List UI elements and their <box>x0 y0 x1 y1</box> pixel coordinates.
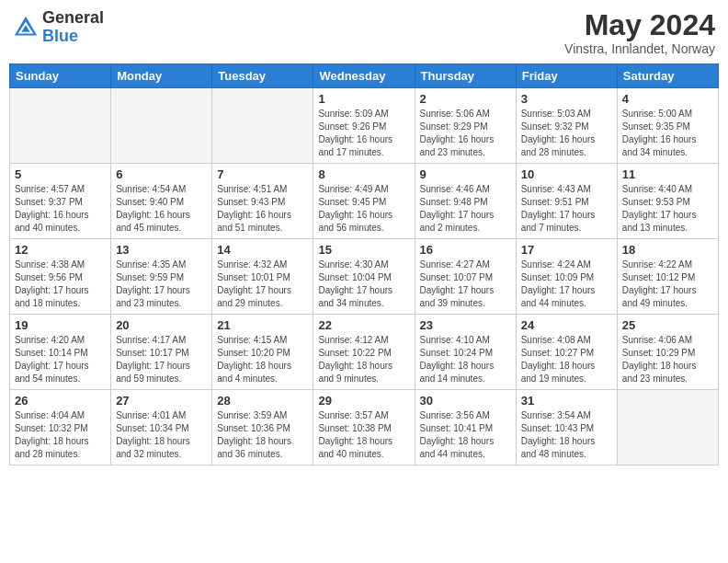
day-info: Sunrise: 4:57 AMSunset: 9:37 PMDaylight:… <box>15 183 106 235</box>
weekday-header-thursday: Thursday <box>415 64 516 88</box>
day-number: 13 <box>116 243 207 257</box>
calendar-cell: 21Sunrise: 4:15 AMSunset: 10:20 PMDaylig… <box>212 315 313 390</box>
day-number: 28 <box>217 394 308 408</box>
weekday-header-friday: Friday <box>516 64 617 88</box>
day-info: Sunrise: 4:30 AMSunset: 10:04 PMDaylight… <box>318 259 409 310</box>
day-info: Sunrise: 5:00 AMSunset: 9:35 PMDaylight:… <box>622 108 713 159</box>
day-info: Sunrise: 4:24 AMSunset: 10:09 PMDaylight… <box>521 259 612 310</box>
day-number: 11 <box>622 167 713 181</box>
day-number: 25 <box>622 318 713 332</box>
calendar-cell: 15Sunrise: 4:30 AMSunset: 10:04 PMDaylig… <box>313 239 415 315</box>
logo-general-text: General <box>42 8 104 27</box>
calendar-cell: 14Sunrise: 4:32 AMSunset: 10:01 PMDaylig… <box>212 239 313 315</box>
calendar-cell: 26Sunrise: 4:04 AMSunset: 10:32 PMDaylig… <box>10 390 111 465</box>
week-row-5: 26Sunrise: 4:04 AMSunset: 10:32 PMDaylig… <box>10 390 719 465</box>
calendar-cell: 27Sunrise: 4:01 AMSunset: 10:34 PMDaylig… <box>111 390 212 465</box>
calendar-cell: 8Sunrise: 4:49 AMSunset: 9:45 PMDaylight… <box>313 164 415 239</box>
calendar-cell: 22Sunrise: 4:12 AMSunset: 10:22 PMDaylig… <box>313 315 415 390</box>
day-info: Sunrise: 4:22 AMSunset: 10:12 PMDaylight… <box>622 259 713 310</box>
calendar-cell: 10Sunrise: 4:43 AMSunset: 9:51 PMDayligh… <box>516 164 617 239</box>
calendar-cell <box>617 390 718 465</box>
week-row-4: 19Sunrise: 4:20 AMSunset: 10:14 PMDaylig… <box>10 315 719 390</box>
day-number: 4 <box>622 92 713 106</box>
day-number: 1 <box>318 92 409 106</box>
day-number: 6 <box>116 167 207 181</box>
calendar-cell <box>10 88 111 164</box>
day-number: 26 <box>15 394 106 408</box>
day-info: Sunrise: 4:51 AMSunset: 9:43 PMDaylight:… <box>217 183 308 235</box>
day-info: Sunrise: 4:43 AMSunset: 9:51 PMDaylight:… <box>521 183 612 235</box>
week-row-1: 1Sunrise: 5:09 AMSunset: 9:26 PMDaylight… <box>10 88 719 164</box>
calendar-cell: 16Sunrise: 4:27 AMSunset: 10:07 PMDaylig… <box>415 239 516 315</box>
calendar-cell: 4Sunrise: 5:00 AMSunset: 9:35 PMDaylight… <box>617 88 718 164</box>
day-info: Sunrise: 4:17 AMSunset: 10:17 PMDaylight… <box>116 334 207 385</box>
calendar-cell: 1Sunrise: 5:09 AMSunset: 9:26 PMDaylight… <box>313 88 415 164</box>
calendar-cell: 29Sunrise: 3:57 AMSunset: 10:38 PMDaylig… <box>313 390 415 465</box>
day-number: 2 <box>420 92 511 106</box>
day-number: 5 <box>15 167 106 181</box>
calendar-cell: 17Sunrise: 4:24 AMSunset: 10:09 PMDaylig… <box>516 239 617 315</box>
weekday-header-wednesday: Wednesday <box>313 64 415 88</box>
calendar-cell: 9Sunrise: 4:46 AMSunset: 9:48 PMDaylight… <box>415 164 516 239</box>
calendar-cell: 28Sunrise: 3:59 AMSunset: 10:36 PMDaylig… <box>212 390 313 465</box>
logo: General Blue <box>13 9 104 46</box>
calendar-cell: 23Sunrise: 4:10 AMSunset: 10:24 PMDaylig… <box>415 315 516 390</box>
calendar-cell: 6Sunrise: 4:54 AMSunset: 9:40 PMDaylight… <box>111 164 212 239</box>
day-number: 16 <box>420 243 511 257</box>
calendar-cell <box>111 88 212 164</box>
weekday-header-row: SundayMondayTuesdayWednesdayThursdayFrid… <box>10 64 719 88</box>
day-number: 9 <box>420 167 511 181</box>
page: General Blue May 2024 Vinstra, Innlandet… <box>0 0 728 563</box>
day-info: Sunrise: 4:32 AMSunset: 10:01 PMDaylight… <box>217 259 308 310</box>
day-number: 22 <box>318 318 409 332</box>
day-number: 30 <box>420 394 511 408</box>
logo-text: General Blue <box>42 9 104 46</box>
day-info: Sunrise: 4:35 AMSunset: 9:59 PMDaylight:… <box>116 259 207 310</box>
day-info: Sunrise: 4:10 AMSunset: 10:24 PMDaylight… <box>420 334 511 385</box>
day-number: 18 <box>622 243 713 257</box>
header: General Blue May 2024 Vinstra, Innlandet… <box>9 9 719 56</box>
day-info: Sunrise: 5:09 AMSunset: 9:26 PMDaylight:… <box>318 108 409 159</box>
day-number: 31 <box>521 394 612 408</box>
day-number: 20 <box>116 318 207 332</box>
day-info: Sunrise: 4:01 AMSunset: 10:34 PMDaylight… <box>116 409 207 461</box>
day-number: 12 <box>15 243 106 257</box>
weekday-header-monday: Monday <box>111 64 212 88</box>
day-number: 19 <box>15 318 106 332</box>
calendar-cell: 25Sunrise: 4:06 AMSunset: 10:29 PMDaylig… <box>617 315 718 390</box>
day-info: Sunrise: 4:40 AMSunset: 9:53 PMDaylight:… <box>622 183 713 235</box>
logo-icon <box>13 15 39 40</box>
day-info: Sunrise: 4:06 AMSunset: 10:29 PMDaylight… <box>622 334 713 385</box>
day-number: 29 <box>318 394 409 408</box>
day-info: Sunrise: 4:54 AMSunset: 9:40 PMDaylight:… <box>116 183 207 235</box>
calendar-cell: 3Sunrise: 5:03 AMSunset: 9:32 PMDaylight… <box>516 88 617 164</box>
calendar-cell: 12Sunrise: 4:38 AMSunset: 9:56 PMDayligh… <box>10 239 111 315</box>
day-number: 21 <box>217 318 308 332</box>
week-row-3: 12Sunrise: 4:38 AMSunset: 9:56 PMDayligh… <box>10 239 719 315</box>
day-number: 8 <box>318 167 409 181</box>
calendar-cell: 2Sunrise: 5:06 AMSunset: 9:29 PMDaylight… <box>415 88 516 164</box>
day-info: Sunrise: 4:46 AMSunset: 9:48 PMDaylight:… <box>420 183 511 235</box>
day-number: 17 <box>521 243 612 257</box>
day-info: Sunrise: 4:04 AMSunset: 10:32 PMDaylight… <box>15 409 106 461</box>
day-info: Sunrise: 4:20 AMSunset: 10:14 PMDaylight… <box>15 334 106 385</box>
calendar-cell: 31Sunrise: 3:54 AMSunset: 10:43 PMDaylig… <box>516 390 617 465</box>
title-block: May 2024 Vinstra, Innlandet, Norway <box>564 9 715 56</box>
calendar-cell: 20Sunrise: 4:17 AMSunset: 10:17 PMDaylig… <box>111 315 212 390</box>
calendar-cell: 7Sunrise: 4:51 AMSunset: 9:43 PMDaylight… <box>212 164 313 239</box>
day-number: 27 <box>116 394 207 408</box>
location: Vinstra, Innlandet, Norway <box>564 41 715 56</box>
day-info: Sunrise: 3:57 AMSunset: 10:38 PMDaylight… <box>318 409 409 461</box>
day-info: Sunrise: 4:08 AMSunset: 10:27 PMDaylight… <box>521 334 612 385</box>
calendar-cell: 13Sunrise: 4:35 AMSunset: 9:59 PMDayligh… <box>111 239 212 315</box>
day-info: Sunrise: 4:49 AMSunset: 9:45 PMDaylight:… <box>318 183 409 235</box>
day-number: 15 <box>318 243 409 257</box>
day-number: 14 <box>217 243 308 257</box>
day-info: Sunrise: 3:59 AMSunset: 10:36 PMDaylight… <box>217 409 308 461</box>
day-info: Sunrise: 4:38 AMSunset: 9:56 PMDaylight:… <box>15 259 106 310</box>
day-info: Sunrise: 4:12 AMSunset: 10:22 PMDaylight… <box>318 334 409 385</box>
calendar-cell: 18Sunrise: 4:22 AMSunset: 10:12 PMDaylig… <box>617 239 718 315</box>
day-info: Sunrise: 3:56 AMSunset: 10:41 PMDaylight… <box>420 409 511 461</box>
calendar-cell: 5Sunrise: 4:57 AMSunset: 9:37 PMDaylight… <box>10 164 111 239</box>
day-info: Sunrise: 3:54 AMSunset: 10:43 PMDaylight… <box>521 409 612 461</box>
